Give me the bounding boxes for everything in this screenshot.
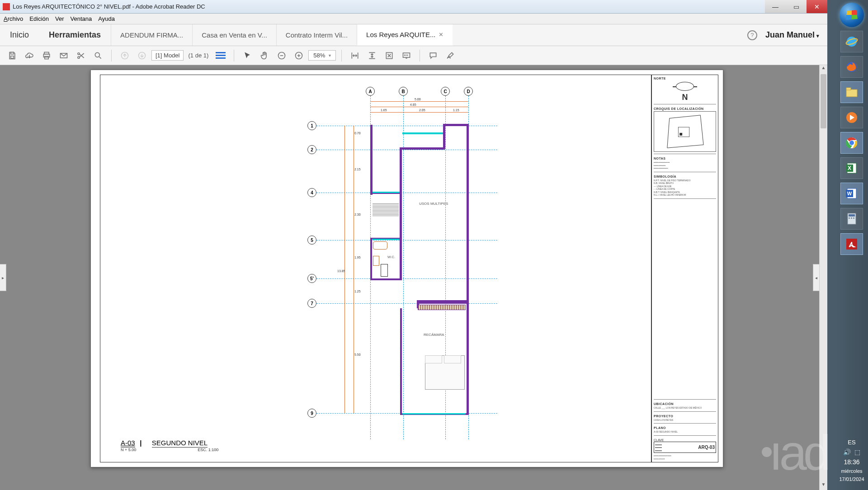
taskbar-dock: X W ES 🔊 ⬚ 18:36 miércoles 17/01/2024	[835, 0, 868, 490]
page-down-icon[interactable]	[134, 48, 150, 63]
simbologia-text: N.P.T. NIVEL DE PISO TERMINADON.B. NIVEL…	[654, 179, 716, 197]
tab-bar: Inicio Herramientas ADENDUM FIRMA... Cas…	[0, 24, 827, 46]
close-icon[interactable]: ✕	[439, 31, 443, 38]
clock-date: 17/01/2024	[839, 476, 864, 482]
room-label-wc: W.C.	[387, 255, 395, 259]
menu-ventana[interactable]: Ventana	[71, 15, 92, 22]
wall	[372, 239, 400, 240]
fit-height-icon[interactable]	[364, 48, 380, 63]
close-button[interactable]: ✕	[807, 0, 827, 13]
save-icon[interactable]	[5, 48, 20, 63]
document-viewport[interactable]: ▸ A B C D 1 2 4 5	[0, 65, 819, 490]
layers-icon[interactable]	[213, 48, 228, 63]
toolbar: [1] Model (1 de 1) 58%▾	[0, 46, 827, 65]
grid-line	[316, 126, 497, 126]
dim-line	[354, 126, 354, 413]
door-icon	[381, 264, 388, 277]
scroll-down-icon[interactable]: ▼	[820, 482, 827, 490]
plan-name: SEGUNDO NIVEL	[152, 439, 208, 448]
maximize-button[interactable]: ▭	[786, 0, 807, 13]
page-input[interactable]: [1] Model	[151, 50, 184, 61]
print-icon[interactable]	[39, 48, 54, 63]
dim-line	[370, 107, 468, 107]
explorer-icon[interactable]	[840, 81, 863, 103]
doctab-label: Casa en Venta en V...	[202, 31, 267, 39]
cloud-icon[interactable]	[22, 48, 37, 63]
media-player-icon[interactable]	[840, 107, 863, 128]
doctab-1[interactable]: Casa en Venta en V...	[192, 24, 276, 46]
plano-text: A-03 SEGUNDO NIVEL	[654, 430, 716, 433]
dim-text: 13.85	[337, 269, 345, 273]
scrollbar-thumb[interactable]	[821, 74, 826, 128]
dim-text: 1.15	[453, 108, 459, 112]
pillow	[444, 355, 461, 363]
grid-line	[316, 278, 497, 279]
doctab-2[interactable]: Contrato Interm Vil...	[276, 24, 357, 46]
wall	[467, 302, 469, 415]
menu-archivo[interactable]: Archivo	[4, 15, 23, 22]
word-icon[interactable]: W	[840, 183, 863, 204]
start-button[interactable]	[840, 3, 864, 27]
menu-edicion[interactable]: Edición	[29, 15, 49, 22]
tab-inicio[interactable]: Inicio	[0, 24, 39, 46]
bath-fixture	[373, 241, 387, 250]
calculator-icon[interactable]	[840, 208, 863, 230]
zoom-in-icon[interactable]	[291, 48, 307, 63]
clock-day: miércoles	[841, 468, 862, 474]
wall	[370, 278, 402, 280]
network-icon[interactable]: ⬚	[854, 448, 860, 456]
menu-bar: Archivo Edición Ver Ventana Ayuda	[0, 14, 827, 24]
hand-icon[interactable]	[257, 48, 272, 63]
fit-width-icon[interactable]	[347, 48, 363, 63]
user-menu[interactable]: Juan Manuel▾	[765, 30, 819, 40]
scissors-icon[interactable]	[73, 48, 89, 63]
cursor-icon[interactable]	[240, 48, 255, 63]
zoom-select[interactable]: 58%▾	[308, 50, 336, 61]
fit-page-icon[interactable]	[382, 48, 397, 63]
system-tray: ES 🔊 ⬚ 18:36 miércoles 17/01/2024	[837, 435, 866, 490]
mail-icon[interactable]	[56, 48, 71, 63]
user-name: Juan Manuel	[765, 30, 815, 39]
grid-col-a: A	[366, 87, 375, 96]
floor-plan: A B C D 1 2 4 5 5' 7 9	[100, 75, 651, 462]
notas-header: NOTAS	[654, 157, 716, 160]
firefox-icon[interactable]	[840, 56, 863, 78]
grid-line	[316, 193, 497, 193]
read-mode-icon[interactable]	[399, 48, 414, 63]
scroll-up-icon[interactable]: ▲	[820, 65, 827, 73]
zoom-out-icon[interactable]	[274, 48, 289, 63]
excel-icon[interactable]: X	[840, 157, 863, 179]
wall	[443, 124, 468, 126]
chrome-icon[interactable]	[840, 132, 863, 154]
volume-icon[interactable]: 🔊	[843, 448, 851, 456]
minimize-button[interactable]: —	[765, 0, 786, 13]
dim-text: 5.50	[354, 353, 361, 356]
search-icon[interactable]	[90, 48, 106, 63]
vertical-scrollbar[interactable]: ▲ ▼	[819, 65, 827, 490]
left-panel-handle[interactable]: ▸	[0, 264, 6, 291]
ie-icon[interactable]	[840, 31, 863, 52]
acrobat-icon[interactable]	[840, 233, 863, 255]
sign-icon[interactable]	[443, 48, 458, 63]
wall	[400, 308, 402, 415]
clock-time[interactable]: 18:36	[844, 458, 859, 466]
menu-ayuda[interactable]: Ayuda	[98, 15, 115, 22]
page-up-icon[interactable]	[117, 48, 132, 63]
menu-ver[interactable]: Ver	[55, 15, 64, 22]
room-label-usos: USOS MULTIPES	[419, 202, 448, 206]
notes-text: ▪▪▪▪▪▪▪▪▪▪▪▪▪▪▪▪▪▪▪▪▪▪▪▪▪▪▪▪▪▪▪▪▪▪▪▪▪▪▪▪…	[654, 161, 716, 170]
right-panel-handle[interactable]: ◂	[813, 264, 819, 291]
grid-row-4: 4	[307, 188, 316, 197]
dim-text: 4.85	[410, 103, 416, 106]
tab-herramientas[interactable]: Herramientas	[39, 24, 111, 46]
dim-text: 1.65	[381, 108, 387, 112]
grid-row-1: 1	[307, 121, 316, 130]
svg-point-25	[849, 141, 854, 145]
language-indicator[interactable]: ES	[848, 439, 855, 446]
comment-icon[interactable]	[425, 48, 441, 63]
doctab-3[interactable]: Los Reyes ARQUITE...✕	[357, 24, 452, 46]
doctab-0[interactable]: ADENDUM FIRMA...	[111, 24, 192, 46]
dim-text: 2.15	[354, 168, 361, 171]
help-icon[interactable]: ?	[747, 30, 757, 40]
dim-text: 2.05	[419, 108, 425, 112]
